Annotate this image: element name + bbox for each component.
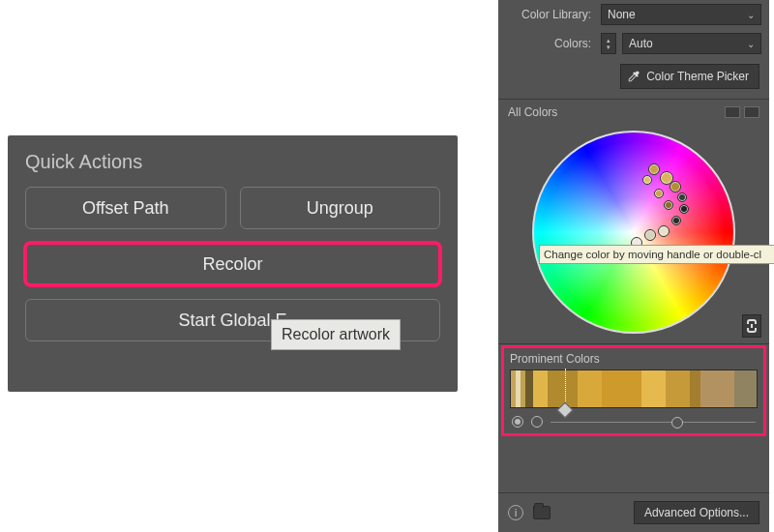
saturation-mode-radio-1[interactable] <box>512 416 523 428</box>
recolor-tooltip: Recolor artwork <box>271 319 401 350</box>
color-wheel-handle[interactable] <box>654 189 664 198</box>
saturation-slider[interactable] <box>551 422 756 423</box>
prominent-color-segment[interactable] <box>734 370 757 407</box>
info-icon[interactable]: i <box>508 505 523 520</box>
color-theme-picker-label: Color Theme Picker <box>646 70 749 83</box>
color-library-label: Color Library: <box>498 8 595 21</box>
color-library-select[interactable]: None ⌄ <box>601 4 761 25</box>
color-theme-picker-button[interactable]: Color Theme Picker <box>620 64 759 89</box>
recolor-panel: Color Library: None ⌄ Colors: ▴▾ Auto ⌄ … <box>498 0 769 532</box>
prominent-colors-bar[interactable] <box>510 369 758 408</box>
prominent-color-segment[interactable] <box>533 370 548 407</box>
ungroup-button[interactable]: Ungroup <box>240 187 441 229</box>
colors-select[interactable]: Auto ⌄ <box>622 33 761 54</box>
prominent-color-segment[interactable] <box>548 370 577 407</box>
quick-actions-title: Quick Actions <box>25 151 440 173</box>
saturation-slider-thumb[interactable] <box>671 417 683 429</box>
color-wheel[interactable] <box>532 131 735 334</box>
color-wheel-handle[interactable] <box>642 175 652 185</box>
color-wheel-handle[interactable] <box>677 192 687 202</box>
quick-actions-panel: Quick Actions Offset Path Ungroup Recolo… <box>8 135 458 392</box>
color-wheel-handle[interactable] <box>658 225 670 237</box>
save-color-group-button[interactable] <box>533 506 551 519</box>
advanced-options-button[interactable]: Advanced Options... <box>634 501 759 524</box>
prominent-color-segment[interactable] <box>578 370 602 407</box>
colors-label: Colors: <box>498 37 595 50</box>
all-colors-label: All Colors <box>508 105 557 119</box>
chevron-down-icon: ⌄ <box>747 39 755 49</box>
color-wheel-handle[interactable] <box>671 216 681 225</box>
prominent-color-segment[interactable] <box>700 370 735 407</box>
prominent-color-segment[interactable] <box>525 370 533 407</box>
colors-value: Auto <box>629 37 653 50</box>
color-wheel-handle[interactable] <box>670 181 681 192</box>
link-colors-toggle[interactable] <box>742 314 761 338</box>
color-wheel-handle[interactable] <box>648 163 660 175</box>
color-wheel-handle[interactable] <box>644 229 656 241</box>
color-wheel-handle[interactable] <box>679 204 689 214</box>
chevron-down-icon: ⌄ <box>747 10 755 20</box>
saturation-mode-radio-2[interactable] <box>531 416 543 428</box>
color-wheel-handle[interactable] <box>664 200 673 210</box>
wheel-view-segmented-button[interactable] <box>744 106 759 118</box>
link-icon <box>746 319 758 333</box>
prominent-colors-label: Prominent Colors <box>504 348 763 366</box>
prominent-color-segment[interactable] <box>602 370 641 407</box>
offset-path-button[interactable]: Offset Path <box>25 187 226 229</box>
eyedropper-icon <box>627 70 640 83</box>
wheel-view-smooth-button[interactable] <box>725 106 740 118</box>
prominent-color-segment[interactable] <box>666 370 690 407</box>
prominent-color-segment[interactable] <box>690 370 700 407</box>
prominent-colors-section: Prominent Colors <box>504 348 763 433</box>
recolor-button[interactable]: Recolor <box>25 243 440 285</box>
color-library-value: None <box>608 8 636 21</box>
colors-stepper[interactable]: ▴▾ <box>601 33 616 54</box>
prominent-color-segment[interactable] <box>641 370 666 407</box>
color-wheel-hint: Change color by moving handle or double-… <box>539 245 774 264</box>
